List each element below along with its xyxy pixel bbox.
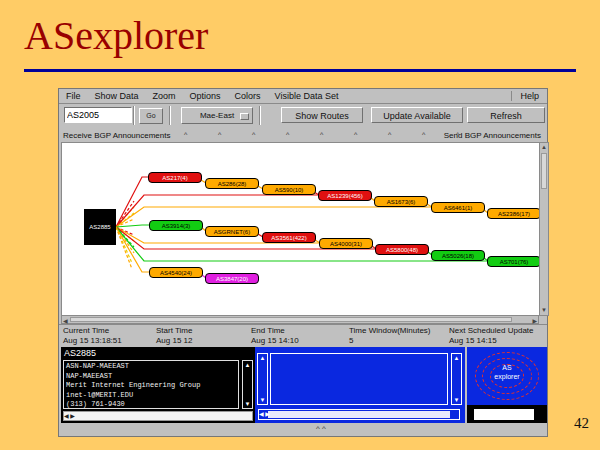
time-header-current-time: Current Time [63, 326, 109, 335]
menu-item-colors[interactable]: Colors [228, 91, 268, 101]
column-tick-icon: ^ [354, 131, 357, 138]
route-horizontal-scrollbar[interactable]: ◀ ▶ [258, 409, 460, 420]
scroll-left-icon[interactable]: ◀ [63, 317, 68, 324]
route-text-area[interactable] [270, 353, 448, 405]
time-header-start-time: Start Time [156, 326, 192, 335]
whois-line: Merit Internet Engineering Group [66, 381, 236, 391]
graph-node-as5026[interactable]: AS5026(18) [431, 250, 485, 261]
menu-item-show-data[interactable]: Show Data [88, 91, 146, 101]
info-horizontal-scrollbar[interactable]: ◀ ▶ [63, 411, 253, 421]
time-value-time-window-minutes: 5 [349, 336, 353, 345]
route-right-scrollbar[interactable]: ▲ ▼ [451, 353, 462, 405]
menu-item-options[interactable]: Options [183, 91, 228, 101]
logo-panel: AS explorer [467, 347, 547, 423]
scroll-down-icon[interactable]: ▼ [452, 396, 461, 404]
dropdown-indicator-icon [240, 113, 249, 120]
time-value-start-time: Aug 15 12 [156, 336, 192, 345]
graph-node-as3561[interactable]: AS3561(422) [262, 232, 316, 243]
graph-node-as286[interactable]: AS286(28) [205, 178, 259, 189]
scroll-down-icon[interactable]: ▼ [540, 306, 548, 315]
scroll-right-icon[interactable]: ▶ [532, 317, 537, 324]
toolbar-separator [169, 106, 170, 125]
whois-line: (313) 761-9430 [66, 400, 236, 409]
title-divider [24, 69, 576, 72]
as-search-input[interactable] [64, 107, 132, 123]
window-bottom-strip: ^ ^ [59, 423, 547, 436]
graph-node-as4540[interactable]: AS4540(24) [149, 267, 203, 278]
resize-grip-icon[interactable]: ^ ^ [316, 424, 326, 433]
menu-item-zoom[interactable]: Zoom [146, 91, 183, 101]
column-tick-icon: ^ [422, 131, 425, 138]
scroll-down-icon[interactable]: ▼ [243, 400, 252, 408]
time-header-end-time: End Time [251, 326, 285, 335]
whois-line: inet-l@MERIT.EDU [66, 391, 236, 401]
graph-header-row: Receive BGP Announcements Send BGP Annou… [59, 129, 547, 142]
column-tick-icon: ^ [320, 131, 323, 138]
graph-node-as6461[interactable]: AS6461(1) [431, 202, 485, 213]
toolbar-separator [259, 106, 260, 125]
time-value-next-scheduled-update: Aug 15 14:15 [449, 336, 497, 345]
as-info-title: AS2885 [61, 347, 255, 358]
graph-node-as1239[interactable]: AS1239(456) [318, 190, 372, 201]
logo-input[interactable] [474, 409, 534, 420]
graph-node-as701[interactable]: AS701(76) [487, 256, 541, 267]
graph-node-as2386[interactable]: AS2386(17) [487, 208, 541, 219]
receive-bgp-label: Receive BGP Announcements [63, 131, 170, 140]
time-header-time-window-minutes: Time Window(Minutes) [349, 326, 431, 335]
menu-item-file[interactable]: File [59, 91, 88, 101]
graph-node-as3847[interactable]: AS3847(20) [205, 273, 259, 284]
scroll-left-icon[interactable]: ◀ [259, 411, 264, 417]
as-graph-canvas[interactable]: AS2885 AS217(4)AS286(28)AS590(10)AS1239(… [61, 142, 541, 316]
graph-node-as590[interactable]: AS590(10) [262, 184, 316, 195]
graph-edges [62, 143, 540, 315]
scroll-left-icon[interactable]: ◀ [64, 413, 69, 419]
scrollbar-thumb[interactable] [541, 153, 547, 189]
slide-page-number: 42 [574, 415, 589, 432]
go-button[interactable]: Go [139, 108, 163, 124]
refresh-button[interactable]: Refresh [467, 107, 545, 123]
toolbar: Go Mae-East Show RoutesUpdate AvailableR… [59, 103, 547, 129]
scroll-right-icon[interactable]: ▶ [70, 413, 75, 419]
asexplorer-window: FileShow DataZoomOptionsColorsVisible Da… [58, 88, 548, 437]
route-left-scrollbar[interactable]: ▲ ▼ [257, 353, 268, 405]
as-info-panel: AS2885 ASN-NAP-MAEEASTNAP-MAEEASTMerit I… [61, 347, 255, 423]
scroll-up-icon[interactable]: ▲ [540, 143, 548, 152]
bottom-panels: AS2885 ASN-NAP-MAEEASTNAP-MAEEASTMerit I… [59, 347, 547, 423]
toolbar-separator [133, 106, 134, 125]
column-tick-icon: ^ [388, 131, 391, 138]
menu-item-visible-data-set[interactable]: Visible Data Set [268, 91, 346, 101]
time-value-end-time: Aug 15 14:10 [251, 336, 299, 345]
dataset-dropdown[interactable]: Mae-East [181, 107, 253, 124]
time-value-current-time: Aug 15 13:18:51 [63, 336, 122, 345]
menu-bar: FileShow DataZoomOptionsColorsVisible Da… [59, 89, 547, 104]
graph-node-as5800[interactable]: AS5800(48) [375, 244, 429, 255]
page-title: ASexplorer [24, 12, 208, 59]
scrollbar-thumb[interactable] [70, 317, 512, 322]
logo-input-strip [467, 405, 547, 423]
graph-root-node[interactable]: AS2885 [84, 209, 116, 245]
dataset-dropdown-value: Mae-East [200, 111, 234, 120]
canvas-vertical-scrollbar[interactable]: ▲ ▼ [539, 142, 549, 316]
column-tick-icon: ^ [456, 131, 459, 138]
graph-node-as4000[interactable]: AS4000(31) [319, 238, 373, 249]
scroll-down-icon[interactable]: ▼ [258, 396, 267, 404]
update-available-button[interactable]: Update Available [371, 107, 463, 123]
scroll-up-icon[interactable]: ▲ [243, 361, 252, 369]
scrollbar-thumb[interactable] [268, 411, 450, 418]
route-list-panel: ▲ ▼ ▲ ▼ ◀ ▶ [255, 347, 465, 423]
time-header-next-scheduled-update: Next Scheduled Update [449, 326, 534, 335]
graph-node-as217[interactable]: AS217(4) [148, 172, 202, 183]
column-tick-icon: ^ [286, 131, 289, 138]
scroll-up-icon[interactable]: ▲ [452, 354, 461, 362]
graph-node-as1673[interactable]: AS1673(6) [374, 196, 428, 207]
whois-text-area[interactable]: ASN-NAP-MAEEASTNAP-MAEEASTMerit Internet… [63, 360, 239, 409]
show-routes-button[interactable]: Show Routes [281, 107, 363, 123]
whois-line: NAP-MAEEAST [66, 372, 236, 382]
logo-wordmark: AS explorer [467, 363, 547, 381]
menu-item-help[interactable]: Help [511, 91, 547, 101]
graph-node-asgrnet[interactable]: ASGRNET(6) [205, 226, 259, 237]
graph-node-as3914[interactable]: AS3914(3) [149, 220, 203, 231]
info-vertical-scrollbar[interactable]: ▲ ▼ [242, 360, 253, 409]
scroll-up-icon[interactable]: ▲ [258, 354, 267, 362]
canvas-horizontal-scrollbar[interactable]: ◀ ▶ [61, 315, 539, 324]
